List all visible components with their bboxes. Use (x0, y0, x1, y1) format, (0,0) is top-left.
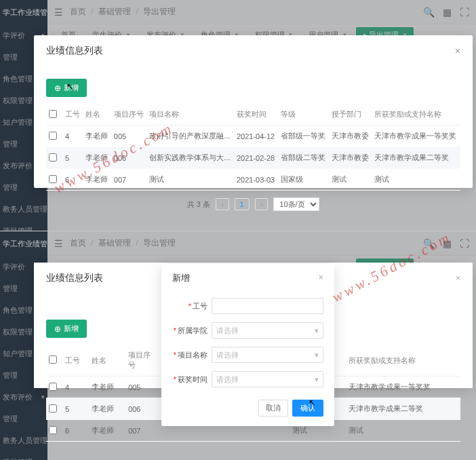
chevron-down-icon: ▾ (315, 351, 319, 360)
table-row[interactable]: 6 李老师 007 测试 2021-03-03 国家级 测试 测试 (46, 169, 460, 191)
row-checkbox[interactable] (49, 132, 57, 140)
confirm-button[interactable]: 确认 (292, 400, 323, 417)
table-row[interactable]: 4 李老师 005 政府引导的产教深度融... 2021-04-12 省部级一等… (46, 126, 460, 147)
chevron-down-icon: ▾ (315, 326, 319, 335)
close-icon[interactable]: × (455, 45, 460, 56)
modal-title: 业绩信息列表 (46, 45, 103, 57)
table-row[interactable]: 5 李老师 006 创新实践教学体系与大... 2021-02-28 省部级二等… (46, 147, 460, 169)
pagination-total: 共 3 条 (187, 199, 210, 210)
plus-icon: ⊕ (54, 325, 61, 333)
prev-page[interactable]: ‹ (216, 198, 229, 210)
page-current[interactable]: 1 (235, 198, 250, 210)
project-select[interactable]: 请选择▾ (212, 347, 323, 363)
form-title: 新增 (172, 272, 190, 284)
college-select[interactable]: 请选择▾ (212, 322, 323, 339)
row-checkbox[interactable] (49, 175, 57, 183)
chevron-down-icon: ▾ (315, 375, 319, 384)
row-checkbox[interactable] (49, 404, 57, 413)
row-checkbox[interactable] (49, 153, 57, 161)
checkbox-all[interactable] (49, 110, 57, 118)
gonghao-input[interactable] (212, 298, 323, 314)
date-select[interactable]: 请选择▾ (212, 371, 323, 387)
cursor-icon: ↖ (66, 81, 74, 92)
add-button[interactable]: ⊕新增 (46, 320, 87, 338)
close-icon[interactable]: × (456, 273, 460, 283)
list-modal: 业绩信息列表 × ⊕新增 工号 姓名 项目序号 项目名称 获奖时间 等级 授予部… (34, 35, 473, 188)
cancel-button[interactable]: 取消 (258, 400, 288, 417)
page-title: 业绩信息列表 (46, 272, 103, 284)
next-page[interactable]: › (255, 198, 269, 210)
pagination: 共 3 条 ‹ 1 › 10条/页 (46, 197, 460, 211)
close-icon[interactable]: × (318, 272, 323, 284)
row-checkbox[interactable] (49, 426, 57, 434)
data-table: 工号 姓名 项目序号 项目名称 获奖时间 等级 授予部门 所获奖励或支持名称 4… (46, 104, 460, 191)
plus-icon: ⊕ (54, 84, 61, 92)
cursor-icon: ↖ (309, 398, 316, 408)
page-size-select[interactable]: 10条/页 (273, 197, 319, 211)
checkbox-all[interactable] (49, 356, 57, 364)
row-checkbox[interactable] (49, 383, 57, 391)
